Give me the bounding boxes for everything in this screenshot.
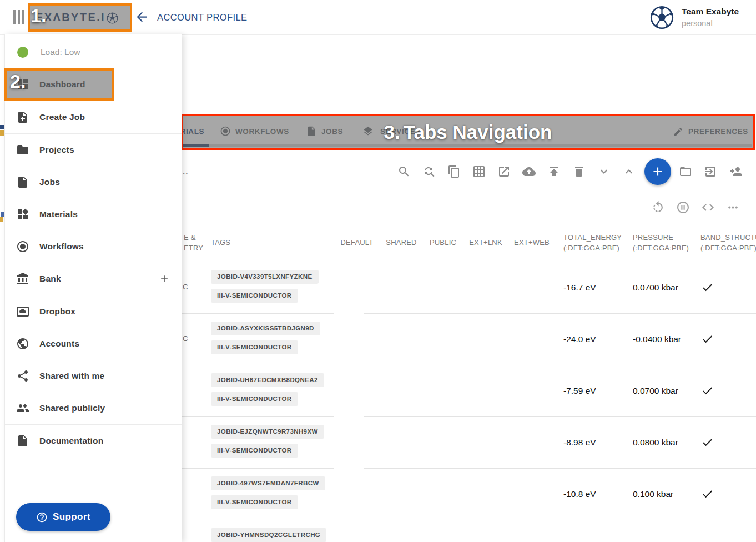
sidebar-item-workflows[interactable]: Workflows [5,230,182,263]
page-fragment [0,217,3,222]
search-input[interactable]: .. [183,167,188,176]
navigation-drawer: Load: Low Dashboard Create Job Projects … [4,34,182,542]
file-icon [16,175,29,189]
column-header-geometry: E & [184,233,196,242]
code-icon[interactable] [701,200,715,214]
copy-icon[interactable] [447,165,461,178]
check-icon [701,333,714,345]
annotation-label-3: Tabs Navigation [404,121,552,143]
total-energy-value: -16.7 eV [563,283,596,293]
note-add-icon [16,111,29,124]
cloud-upload-icon[interactable] [522,165,536,178]
sidebar-item-accounts[interactable]: Accounts [5,328,182,360]
people-icon [16,402,29,415]
sidebar-item-dropbox[interactable]: Dropbox [5,295,182,328]
search-icon[interactable] [397,165,411,178]
table-row[interactable]: JOBID-UH67EDCMXB8DQNEA2 III-V-SEMICONDUC… [182,365,756,417]
column-header-band-structure: BAND_STRUCTU [700,233,756,242]
column-header-ext-lnk: EXT+LNK [469,238,502,247]
page-fragment [1,212,4,217]
check-icon [701,384,714,397]
plus-icon [651,164,665,179]
load-indicator-icon [17,47,28,58]
pressure-value: 0.100 kbar [633,489,673,499]
table-row[interactable]: JOBID-YHMNSDQ2CGLETRCHG [182,520,756,542]
category-tag: III-V-SEMICONDUCTOR [211,392,298,406]
column-header-ext-web: EXT+WEB [514,238,550,247]
pause-icon[interactable] [676,200,690,214]
sidebar-item-label: Create Job [39,112,170,122]
sidebar-item-label: Documentation [39,436,170,446]
bank-add-icon[interactable] [159,273,170,284]
sidebar-item-shared-publicly[interactable]: Shared publicly [5,392,182,424]
jobid-tag: JOBID-ASYXKISS5TBDJGN9D [211,322,320,335]
globe-icon [16,337,29,350]
load-status-label: Load: Low [41,47,80,57]
sidebar-item-bank[interactable]: Bank [5,263,182,295]
column-header-pressure-method: (:DFT:GGA:PBE) [633,244,689,252]
add-button[interactable] [644,158,671,185]
jobid-tag: JOBID-497WS7EMDAN7FRBCW [211,476,325,490]
app-root: MATERIALS WORKFLOWS JOBS SERVICES PREFER… [0,0,756,542]
file-icon [16,434,29,448]
column-header-shared: SHARED [386,238,416,247]
rotate-left-icon[interactable] [651,200,665,214]
page-title: ACCOUNT PROFILE [157,0,247,34]
sidebar-item-label: Jobs [39,177,170,187]
annotation-marker-3: 3. [384,121,400,143]
chevron-down-icon[interactable] [597,165,611,178]
exit-to-app-icon[interactable] [704,165,717,178]
table-row[interactable]: C JOBID-ASYXKISS5TBDJGN9D III-V-SEMICOND… [182,314,756,365]
table-row[interactable]: JOBID-497WS7EMDAN7FRBCW III-V-SEMICONDUC… [182,469,756,520]
sidebar-item-label: Projects [39,145,170,155]
column-header-geometry: ETRY [184,244,203,252]
help-icon [36,511,48,523]
open-in-new-icon[interactable] [497,165,511,178]
person-add-icon[interactable] [729,165,743,178]
sidebar-item-label: Dropbox [39,307,170,317]
column-header-public: PUBLIC [430,238,456,247]
sidebar-item-label: Materials [39,209,170,219]
total-energy-value: -24.0 eV [563,334,596,344]
cloud-box-icon [16,305,29,318]
page-fragment [0,125,4,129]
team-type: personal [682,19,713,28]
check-icon [701,436,714,449]
delete-icon[interactable] [572,165,586,178]
chevron-up-icon[interactable] [622,165,636,178]
sidebar-item-label: Shared with me [39,371,170,381]
category-tag: III-V-SEMICONDUCTOR [211,340,298,354]
sidebar-item-shared-with-me[interactable]: Shared with me [5,360,182,392]
sidebar-item-projects[interactable]: Projects [5,134,182,166]
grid-icon[interactable] [472,165,486,178]
category-tag: III-V-SEMICONDUCTOR [211,289,298,303]
folder-icon[interactable] [679,165,692,178]
total-energy-value: -10.8 eV [563,489,596,499]
sidebar-item-documentation[interactable]: Documentation [5,425,182,457]
back-arrow-icon[interactable] [134,9,149,24]
background-page-edge [0,34,4,542]
annotation-marker-2: 2. [10,71,26,92]
sidebar-item-label: Shared publicly [39,403,170,413]
category-tag: III-V-SEMICONDUCTOR [211,444,298,458]
load-status: Load: Low [5,41,182,64]
jobid-tag: JOBID-V4V339T5LXNFYZKNE [211,270,319,284]
sidebar-item-materials[interactable]: Materials [5,198,182,230]
upload-icon[interactable] [547,165,561,178]
avatar[interactable] [650,6,674,29]
jobid-tag: JOBID-UH67EDCMXB8DQNEA2 [211,373,324,387]
sidebar-item-create-job[interactable]: Create Job [5,101,182,133]
menu-icon[interactable] [13,10,24,24]
support-button[interactable]: Support [16,503,110,531]
find-replace-icon[interactable] [422,165,436,178]
geometry-fragment: C [183,283,188,291]
folder-icon [16,143,29,157]
column-header-total-energy-method: (:DFT:GGA:PBE) [563,244,619,252]
pressure-value: 0.0800 kbar [633,438,678,448]
table-row[interactable]: JOBID-EJZQNWTC9R73NH9XW III-V-SEMICONDUC… [182,417,756,469]
more-icon[interactable] [726,200,740,214]
bank-icon [16,272,29,285]
column-header-band-structure-method: (:DFT:GGA:PBE) [700,244,756,252]
table-row[interactable]: C JOBID-V4V339T5LXNFYZKNE III-V-SEMICOND… [182,262,756,314]
sidebar-item-jobs[interactable]: Jobs [5,166,182,198]
